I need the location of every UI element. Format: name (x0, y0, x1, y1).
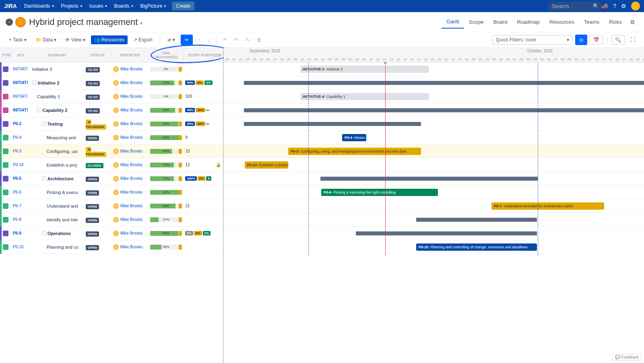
gantt-bar[interactable]: PII-6 - Picking & executing the right mo… (321, 189, 438, 196)
issue-key[interactable]: PII-3 (11, 149, 31, 153)
gantt-bar[interactable] (244, 122, 421, 126)
expand-icon[interactable]: − (42, 231, 46, 235)
reporter-name[interactable]: Mike Brooks (120, 108, 142, 112)
reporter-name[interactable]: Mike Brooks (120, 80, 142, 85)
reporter-name[interactable]: Mike Brooks (120, 149, 142, 153)
col-time[interactable]: TIME TRACKING[Σ] (149, 50, 184, 61)
task-row[interactable]: PII-6 Picking & execu OPEN Mike Brooks 9… (0, 186, 223, 199)
issue-key[interactable]: PII-9 (11, 231, 31, 235)
task-row[interactable]: PII-9 − Operations OPEN Mike Brooks 88% … (0, 227, 223, 240)
expand-icon[interactable]: − (42, 176, 46, 181)
gantt-bar[interactable]: INITIATIVE-3 - Initiative 3 (300, 66, 429, 73)
col-type[interactable]: TYPE (0, 52, 11, 59)
issue-key[interactable]: INITIATI (11, 67, 31, 71)
task-row[interactable]: PII-3 Configuring, usi IN PROGRESS Mike … (0, 144, 223, 158)
gantt-bar[interactable] (320, 177, 538, 181)
task-row[interactable]: PII-7 Understand and OPEN Mike Brooks 80… (0, 199, 223, 213)
view-button[interactable]: 👁 View ▾ (62, 35, 89, 44)
issue-key[interactable]: INITIATI (11, 80, 31, 85)
task-row[interactable]: INITIATI Initiative 3 TO DO Mike Brooks … (0, 62, 223, 76)
tab-gantt[interactable]: Gantt (442, 15, 464, 29)
gantt-bar[interactable] (244, 81, 644, 85)
task-row[interactable]: PII-2 − Testing IN PROGRESS Mike Brooks … (0, 117, 223, 131)
gantt-bar[interactable]: INITIATIVE-4 - Capability 1 (300, 93, 429, 100)
gantt-bar[interactable] (244, 108, 644, 112)
col-reporter[interactable]: REPORTER (111, 52, 149, 59)
reporter-name[interactable]: Mike Brooks (120, 176, 142, 181)
nav-issues[interactable]: Issues▼ (86, 3, 111, 9)
fullscreen-button[interactable]: ⛶ (627, 35, 638, 44)
reporter-name[interactable]: Mike Brooks (120, 217, 142, 222)
export-button[interactable]: ↗ Export (130, 35, 156, 44)
reporter-name[interactable]: Mike Brooks (120, 204, 142, 208)
col-key[interactable]: KEY (11, 52, 31, 59)
gantt-chart[interactable]: September, 2018October, 2018 20212223242… (224, 48, 644, 363)
issue-key[interactable]: INITIATI (11, 108, 31, 112)
tab-resources[interactable]: Resources (545, 16, 579, 28)
nav-boards[interactable]: Boards▼ (111, 3, 137, 9)
gantt-bar[interactable]: PII-10 - Planning and controlling of cha… (416, 243, 537, 251)
issue-key[interactable]: PII-2 (11, 122, 31, 126)
megaphone-icon[interactable]: 📣 (599, 3, 611, 9)
gantt-bar[interactable]: PII-7 - Understand and plan for evolutio… (491, 202, 604, 210)
data-button[interactable]: 📁 Data ▾ (32, 35, 60, 44)
task-row[interactable]: PII-10 Planning and co OPEN Mike Brooks … (0, 240, 223, 254)
help-icon[interactable]: ? (611, 3, 619, 9)
nav-bigpicture[interactable]: BigPicture▼ (137, 3, 170, 9)
gantt-bar[interactable] (356, 231, 537, 235)
col-story[interactable]: STORY POINTS[Σ] (184, 52, 223, 59)
back-button[interactable]: ‹ (6, 19, 13, 26)
reporter-name[interactable]: Mike Brooks (120, 122, 142, 126)
reporter-name[interactable]: Mike Brooks (120, 67, 142, 71)
tab-roadmap[interactable]: Roadmap (512, 16, 544, 28)
task-row[interactable]: INITIATI − Capability 2 TO DO Mike Brook… (0, 103, 223, 117)
feedback-button[interactable]: 💬 Feedback (612, 354, 642, 361)
task-row[interactable]: INITIATI − Initiative 2 TO DO Mike Brook… (0, 76, 223, 90)
search-button[interactable]: 🔍 (611, 35, 625, 45)
column-gear-icon[interactable]: ⚙ (218, 53, 221, 57)
tab-risks[interactable]: Risks (604, 16, 627, 28)
task-row[interactable]: INITIATI Capability 1 TO DO Mike Brooks … (0, 90, 223, 103)
issue-key[interactable]: PII-8 (11, 217, 31, 222)
tab-gear-icon[interactable]: ⚙ (627, 19, 638, 25)
issue-key[interactable]: PII-4 (11, 135, 31, 140)
task-button[interactable]: + Task ▾ (6, 35, 30, 44)
target-button[interactable]: ◎ (575, 35, 587, 45)
expand-icon[interactable]: − (37, 108, 41, 112)
expand-icon[interactable]: − (42, 122, 46, 126)
pencil-icon[interactable]: ✎ (243, 35, 252, 44)
trash-icon[interactable]: 🗑 (254, 35, 264, 44)
expand-icon[interactable]: − (32, 80, 37, 85)
col-status[interactable]: STATUS (84, 52, 111, 59)
reporter-name[interactable]: Mike Brooks (120, 245, 142, 249)
task-row[interactable]: PII-5 − Architecture OPEN Mike Brooks 75… (0, 172, 223, 186)
issue-key[interactable]: PII-5 (11, 176, 31, 181)
reporter-name[interactable]: Mike Brooks (120, 135, 142, 140)
undo-icon[interactable]: ↶ (221, 35, 229, 44)
issue-key[interactable]: PII-10 (11, 245, 31, 249)
issue-key[interactable]: PII-6 (11, 190, 31, 194)
edit-button[interactable]: ✏ (181, 35, 193, 45)
create-button[interactable]: Create (172, 2, 194, 10)
task-row[interactable]: PII-8 Identify and inte OPEN Mike Brooks… (0, 213, 223, 227)
calendar-button[interactable]: 📅 (590, 35, 603, 45)
reporter-name[interactable]: Mike Brooks (120, 94, 142, 99)
col-summary[interactable]: SUMMARY (31, 52, 84, 59)
user-avatar[interactable] (631, 2, 640, 10)
up-icon[interactable]: ↑ (195, 35, 202, 44)
nav-projects[interactable]: Projects▼ (58, 3, 86, 9)
reporter-name[interactable]: Mike Brooks (120, 163, 142, 167)
resources-button[interactable]: 👥 Resources (91, 35, 128, 44)
reporter-name[interactable]: Mike Brooks (120, 231, 142, 235)
gantt-bar[interactable] (416, 218, 537, 222)
tab-teams[interactable]: Teams (579, 16, 604, 28)
tab-board[interactable]: Board (489, 16, 512, 28)
quick-filters[interactable]: Quick Filters: none▾ (492, 35, 573, 45)
gear-icon[interactable]: ⚙ (619, 3, 629, 9)
gantt-bar[interactable]: PII-4 - Measu (342, 134, 366, 141)
gantt-bar[interactable]: PII-14 - Establish a project sched (245, 161, 288, 169)
tab-scope[interactable]: Scope (464, 16, 489, 28)
nav-dashboards[interactable]: Dashboards▼ (21, 3, 58, 9)
task-row[interactable]: PII-4 Measuring and OPEN Mike Brooks 98%… (0, 131, 223, 144)
task-row[interactable]: PII-14 Establish a proj CLOSED Mike Broo… (0, 158, 223, 172)
